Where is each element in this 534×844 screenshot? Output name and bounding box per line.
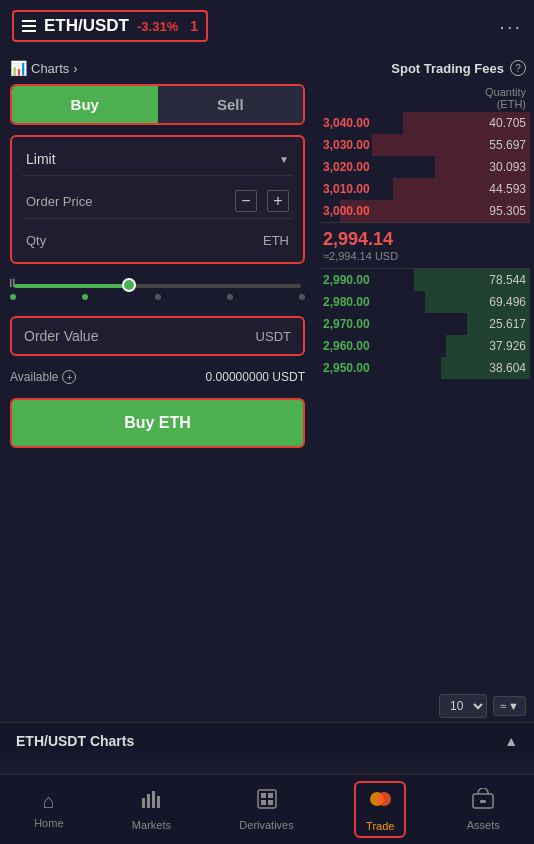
buy-price: 2,990.00 [323,273,370,287]
nav-derivatives[interactable]: Derivatives [231,784,301,835]
add-funds-icon[interactable]: + [62,370,76,384]
buy-order-row[interactable]: 2,990.00 78.544 [319,269,530,291]
sell-order-row[interactable]: 3,000.00 95.305 [319,200,530,222]
buy-order-row[interactable]: 2,970.00 25.617 [319,313,530,335]
svg-rect-8 [268,800,273,805]
buy-orders: 2,990.00 78.544 2,980.00 69.496 2,970.00… [319,269,530,379]
tick-50 [155,294,161,300]
trading-pair: ETH/USDT [44,16,129,36]
slider-track[interactable] [14,284,301,288]
available-row: Available + 0.00000000 USDT [10,366,305,388]
nav-derivatives-label: Derivatives [239,819,293,831]
hamburger-icon [22,20,36,32]
trade-icon [368,787,392,816]
tick-0 [10,294,16,300]
slider-handle[interactable] [122,278,136,292]
sell-order-row[interactable]: 3,010.00 44.593 [319,178,530,200]
svg-rect-6 [268,793,273,798]
sell-price: 3,020.00 [323,160,370,174]
buy-eth-button[interactable]: Buy ETH [10,398,305,448]
sell-price: 3,030.00 [323,138,370,152]
order-value-box[interactable]: Order Value USDT [10,316,305,356]
mid-price-usd: ≈2,994.14 USD [323,250,526,262]
svg-rect-1 [147,794,150,808]
buy-order-row[interactable]: 2,950.00 38.604 [319,357,530,379]
qty-currency: ETH [263,233,289,248]
qty-column-header: Quantity(ETH) [319,84,530,112]
chart-icon: 📊 [10,60,27,76]
home-icon: ⌂ [43,790,55,813]
buy-sell-tabs: Buy Sell [10,84,305,125]
nav-markets-label: Markets [132,819,171,831]
depth-selector[interactable]: 10 20 50 [439,694,487,718]
nav-markets[interactable]: Markets [124,784,179,835]
buy-tab[interactable]: Buy [12,86,158,123]
svg-rect-4 [258,790,276,808]
chevron-right-icon: › [73,61,77,76]
buy-price: 2,980.00 [323,295,370,309]
sell-tab[interactable]: Sell [158,86,304,123]
order-book: 3,040.00 40.705 3,030.00 55.697 3,020.00… [319,112,530,686]
order-type-label: Limit [26,151,56,167]
order-type-selector[interactable]: Limit ▼ [22,145,293,176]
sell-order-row[interactable]: 3,020.00 30.093 [319,156,530,178]
order-book-view-button[interactable]: ≈ ▼ [493,696,526,716]
svg-rect-0 [142,798,145,808]
nav-assets-label: Assets [467,819,500,831]
available-balance: 0.00000000 USDT [206,370,305,384]
badge-1: 1 [190,18,198,34]
sell-price: 3,010.00 [323,182,370,196]
buy-order-row[interactable]: 2,980.00 69.496 [319,291,530,313]
available-label-group: Available + [10,370,76,384]
nav-home-label: Home [34,817,63,829]
tick-75 [227,294,233,300]
nav-trade[interactable]: Trade [354,781,406,838]
nav-assets[interactable]: Assets [459,784,508,835]
price-change: -3.31% [137,19,178,34]
main-content: 📊 Charts › Buy Sell Limit ▼ Order Price … [0,52,534,722]
charts-section[interactable]: ETH/USDT Charts ▲ [0,722,534,759]
tick-25 [82,294,88,300]
sell-order-row[interactable]: 3,030.00 55.697 [319,134,530,156]
charts-label: Charts [31,61,69,76]
dropdown-arrow-icon: ▼ [279,154,289,165]
order-form: Limit ▼ Order Price − + Qty ETH [10,135,305,264]
buy-order-row[interactable]: 2,960.00 37.926 [319,335,530,357]
svg-point-10 [377,792,391,806]
price-increase-button[interactable]: + [267,190,289,212]
sell-qty: 55.697 [489,138,526,152]
markets-icon [140,788,162,815]
order-value-label: Order Value [24,328,98,344]
info-icon[interactable]: ? [510,60,526,76]
chart-bars-icon: ≈ [500,700,506,712]
buy-qty: 38.604 [489,361,526,375]
charts-button[interactable]: 📊 Charts › [10,60,78,76]
pair-selector[interactable]: ETH/USDT -3.31% 1 [12,10,208,42]
buy-qty: 69.496 [489,295,526,309]
mid-price: 2,994.14 [323,229,526,250]
svg-rect-5 [261,793,266,798]
sell-order-row[interactable]: 3,040.00 40.705 [319,112,530,134]
order-value-currency: USDT [256,329,291,344]
price-decrease-button[interactable]: − [235,190,257,212]
mid-price-row: 2,994.14 ≈2,994.14 USD [319,222,530,269]
sell-qty: 44.593 [489,182,526,196]
buy-price: 2,950.00 [323,361,370,375]
spot-fees-label: Spot Trading Fees [391,61,504,76]
spot-fees-row: Spot Trading Fees ? [319,52,530,84]
price-stepper: − + [235,190,289,212]
derivatives-icon [256,788,278,815]
header: ETH/USDT -3.31% 1 ··· [0,0,534,52]
charts-section-label: ETH/USDT Charts [16,733,134,749]
available-label: Available [10,370,58,384]
left-panel: 📊 Charts › Buy Sell Limit ▼ Order Price … [0,52,315,722]
order-price-label: Order Price [26,194,92,209]
sell-price: 3,040.00 [323,116,370,130]
buy-qty: 37.926 [489,339,526,353]
svg-rect-2 [152,791,155,808]
more-options-icon[interactable]: ··· [499,15,522,38]
dropdown-icon: ▼ [508,700,519,712]
order-price-row: Order Price − + [22,184,293,219]
sell-price: 3,000.00 [323,204,370,218]
nav-home[interactable]: ⌂ Home [26,786,71,833]
